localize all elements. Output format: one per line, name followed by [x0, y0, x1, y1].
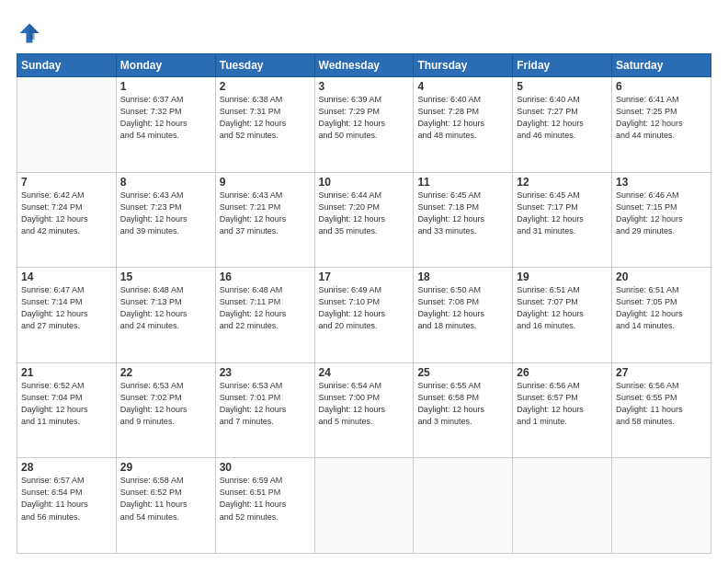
calendar-cell: [612, 458, 711, 554]
calendar-cell: 2Sunrise: 6:38 AM Sunset: 7:31 PM Daylig…: [215, 77, 314, 173]
day-number: 30: [220, 461, 311, 474]
calendar-cell: 4Sunrise: 6:40 AM Sunset: 7:28 PM Daylig…: [414, 77, 513, 173]
calendar-header-monday: Monday: [116, 54, 215, 77]
calendar-cell: 7Sunrise: 6:42 AM Sunset: 7:24 PM Daylig…: [17, 172, 117, 268]
day-info: Sunrise: 6:46 AM Sunset: 7:15 PM Dayligh…: [616, 190, 707, 237]
day-info: Sunrise: 6:48 AM Sunset: 7:11 PM Dayligh…: [220, 284, 311, 332]
calendar-cell: 23Sunrise: 6:53 AM Sunset: 7:01 PM Dayli…: [215, 362, 314, 458]
day-number: 18: [417, 270, 508, 283]
calendar-week-row: 28Sunrise: 6:57 AM Sunset: 6:54 PM Dayli…: [17, 458, 711, 554]
calendar-cell: 11Sunrise: 6:45 AM Sunset: 7:18 PM Dayli…: [414, 172, 513, 268]
calendar-cell: 16Sunrise: 6:48 AM Sunset: 7:11 PM Dayli…: [215, 268, 314, 363]
calendar-cell: 13Sunrise: 6:46 AM Sunset: 7:15 PM Dayli…: [612, 172, 711, 268]
day-info: Sunrise: 6:56 AM Sunset: 6:55 PM Dayligh…: [616, 380, 707, 428]
day-number: 21: [21, 366, 112, 379]
day-number: 17: [319, 270, 410, 283]
calendar-cell: 19Sunrise: 6:51 AM Sunset: 7:07 PM Dayli…: [513, 268, 612, 363]
day-info: Sunrise: 6:52 AM Sunset: 7:04 PM Dayligh…: [21, 380, 112, 428]
day-info: Sunrise: 6:43 AM Sunset: 7:23 PM Dayligh…: [120, 190, 211, 237]
calendar-cell: 29Sunrise: 6:58 AM Sunset: 6:52 PM Dayli…: [116, 458, 215, 554]
day-info: Sunrise: 6:49 AM Sunset: 7:10 PM Dayligh…: [319, 284, 410, 332]
calendar-cell: 25Sunrise: 6:55 AM Sunset: 6:58 PM Dayli…: [414, 362, 513, 458]
calendar-cell: [513, 458, 612, 554]
calendar-cell: 6Sunrise: 6:41 AM Sunset: 7:25 PM Daylig…: [612, 77, 711, 173]
day-number: 20: [616, 270, 707, 283]
day-info: Sunrise: 6:58 AM Sunset: 6:52 PM Dayligh…: [120, 475, 211, 523]
header: [17, 17, 711, 46]
day-info: Sunrise: 6:40 AM Sunset: 7:28 PM Dayligh…: [417, 94, 508, 142]
day-info: Sunrise: 6:50 AM Sunset: 7:08 PM Dayligh…: [417, 284, 508, 332]
calendar-header-friday: Friday: [513, 54, 612, 77]
calendar-cell: 1Sunrise: 6:37 AM Sunset: 7:32 PM Daylig…: [116, 77, 215, 173]
calendar-week-row: 7Sunrise: 6:42 AM Sunset: 7:24 PM Daylig…: [17, 172, 711, 268]
day-number: 27: [616, 366, 707, 379]
day-info: Sunrise: 6:39 AM Sunset: 7:29 PM Dayligh…: [319, 94, 410, 142]
calendar-cell: 12Sunrise: 6:45 AM Sunset: 7:17 PM Dayli…: [513, 172, 612, 268]
day-info: Sunrise: 6:56 AM Sunset: 6:57 PM Dayligh…: [517, 380, 608, 428]
calendar-cell: 18Sunrise: 6:50 AM Sunset: 7:08 PM Dayli…: [414, 268, 513, 363]
day-info: Sunrise: 6:57 AM Sunset: 6:54 PM Dayligh…: [21, 475, 112, 523]
calendar-table: SundayMondayTuesdayWednesdayThursdayFrid…: [17, 53, 711, 554]
day-number: 29: [120, 461, 211, 474]
calendar-week-row: 14Sunrise: 6:47 AM Sunset: 7:14 PM Dayli…: [17, 268, 711, 363]
calendar-cell: 10Sunrise: 6:44 AM Sunset: 7:20 PM Dayli…: [314, 172, 414, 268]
day-number: 10: [319, 176, 410, 189]
calendar-cell: 30Sunrise: 6:59 AM Sunset: 6:51 PM Dayli…: [215, 458, 314, 554]
calendar-cell: [314, 458, 414, 554]
calendar-cell: 15Sunrise: 6:48 AM Sunset: 7:13 PM Dayli…: [116, 268, 215, 363]
calendar-cell: 26Sunrise: 6:56 AM Sunset: 6:57 PM Dayli…: [513, 362, 612, 458]
day-info: Sunrise: 6:55 AM Sunset: 6:58 PM Dayligh…: [417, 380, 508, 428]
day-number: 13: [616, 176, 707, 189]
day-number: 26: [517, 366, 608, 379]
calendar-week-row: 21Sunrise: 6:52 AM Sunset: 7:04 PM Dayli…: [17, 362, 711, 458]
calendar-cell: [414, 458, 513, 554]
calendar-cell: [17, 77, 117, 173]
calendar-cell: 20Sunrise: 6:51 AM Sunset: 7:05 PM Dayli…: [612, 268, 711, 363]
logo-icon: [17, 20, 42, 46]
day-info: Sunrise: 6:42 AM Sunset: 7:24 PM Dayligh…: [21, 190, 112, 237]
calendar-header-saturday: Saturday: [612, 54, 711, 77]
day-number: 23: [220, 366, 311, 379]
day-number: 4: [417, 80, 508, 93]
day-number: 15: [120, 270, 211, 283]
svg-marker-1: [29, 24, 40, 40]
day-number: 24: [319, 366, 410, 379]
day-number: 19: [517, 270, 608, 283]
day-number: 5: [517, 80, 608, 93]
day-number: 12: [517, 176, 608, 189]
day-info: Sunrise: 6:41 AM Sunset: 7:25 PM Dayligh…: [616, 94, 707, 142]
calendar-header-wednesday: Wednesday: [314, 54, 414, 77]
day-number: 11: [417, 176, 508, 189]
day-number: 3: [319, 80, 410, 93]
day-number: 14: [21, 270, 112, 283]
calendar-header-row: SundayMondayTuesdayWednesdayThursdayFrid…: [17, 54, 711, 77]
day-number: 6: [616, 80, 707, 93]
day-number: 7: [21, 176, 112, 189]
calendar-cell: 8Sunrise: 6:43 AM Sunset: 7:23 PM Daylig…: [116, 172, 215, 268]
calendar-cell: 28Sunrise: 6:57 AM Sunset: 6:54 PM Dayli…: [17, 458, 117, 554]
logo: [17, 20, 44, 46]
calendar-cell: 17Sunrise: 6:49 AM Sunset: 7:10 PM Dayli…: [314, 268, 414, 363]
calendar-cell: 27Sunrise: 6:56 AM Sunset: 6:55 PM Dayli…: [612, 362, 711, 458]
day-info: Sunrise: 6:51 AM Sunset: 7:05 PM Dayligh…: [616, 284, 707, 332]
day-info: Sunrise: 6:45 AM Sunset: 7:18 PM Dayligh…: [417, 190, 508, 237]
day-number: 1: [120, 80, 211, 93]
day-info: Sunrise: 6:53 AM Sunset: 7:02 PM Dayligh…: [120, 380, 211, 428]
page: SundayMondayTuesdayWednesdayThursdayFrid…: [0, 0, 728, 563]
day-info: Sunrise: 6:59 AM Sunset: 6:51 PM Dayligh…: [220, 475, 311, 523]
day-info: Sunrise: 6:44 AM Sunset: 7:20 PM Dayligh…: [319, 190, 410, 237]
calendar-cell: 14Sunrise: 6:47 AM Sunset: 7:14 PM Dayli…: [17, 268, 117, 363]
day-number: 8: [120, 176, 211, 189]
day-number: 25: [417, 366, 508, 379]
day-info: Sunrise: 6:43 AM Sunset: 7:21 PM Dayligh…: [220, 190, 311, 237]
day-number: 9: [220, 176, 311, 189]
day-info: Sunrise: 6:51 AM Sunset: 7:07 PM Dayligh…: [517, 284, 608, 332]
calendar-cell: 9Sunrise: 6:43 AM Sunset: 7:21 PM Daylig…: [215, 172, 314, 268]
day-number: 16: [220, 270, 311, 283]
day-info: Sunrise: 6:40 AM Sunset: 7:27 PM Dayligh…: [517, 94, 608, 142]
day-number: 2: [220, 80, 311, 93]
calendar-cell: 3Sunrise: 6:39 AM Sunset: 7:29 PM Daylig…: [314, 77, 414, 173]
day-number: 28: [21, 461, 112, 474]
calendar-cell: 24Sunrise: 6:54 AM Sunset: 7:00 PM Dayli…: [314, 362, 414, 458]
day-info: Sunrise: 6:38 AM Sunset: 7:31 PM Dayligh…: [220, 94, 311, 142]
